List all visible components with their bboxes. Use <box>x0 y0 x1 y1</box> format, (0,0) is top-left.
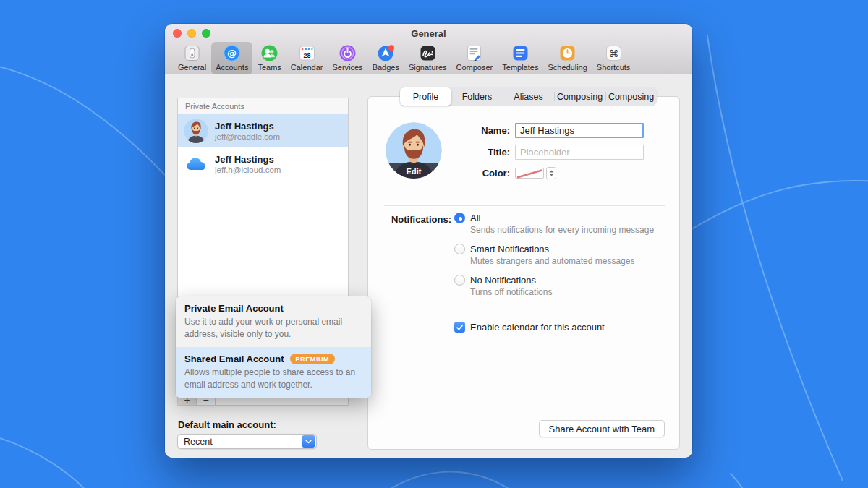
account-name: Jeff Hastings <box>215 121 280 132</box>
divider <box>384 205 665 206</box>
toolbar-label: Teams <box>258 63 281 72</box>
default-account-dropdown[interactable]: Recent <box>177 434 317 449</box>
toolbar-label: Composer <box>456 63 493 72</box>
option-label: All <box>470 213 480 223</box>
toolbar-item-templates[interactable]: Templates <box>498 42 542 74</box>
radio-unselected[interactable] <box>454 244 465 254</box>
divider <box>384 314 665 314</box>
svg-text:@: @ <box>227 48 237 59</box>
titlebar: General <box>165 24 692 41</box>
toolbar-label: Calendar <box>291 63 323 72</box>
popup-item-private[interactable]: Private Email Account Use it to add your… <box>176 296 371 347</box>
preferences-window: General General @ Accounts <box>165 24 692 458</box>
notification-option-all[interactable]: All Sends notifications for every incomi… <box>454 213 654 235</box>
popup-item-shared[interactable]: Shared Email Account PREMIUM Allows mult… <box>176 347 371 398</box>
toolbar-item-shortcuts[interactable]: ⌘ Shortcuts <box>592 42 634 74</box>
icloud-icon <box>184 155 208 174</box>
account-texts: Jeff Hastings jeff.h@icloud.com <box>215 154 281 174</box>
templates-icon <box>511 44 529 62</box>
checkbox-checked[interactable] <box>454 322 465 333</box>
toolbar-item-accounts[interactable]: @ Accounts <box>211 42 252 74</box>
account-texts: Jeff Hastings jeff@readdle.com <box>215 121 280 141</box>
toolbar-label: Templates <box>502 63 538 72</box>
color-field-row: Color: <box>455 167 556 179</box>
svg-text:28: 28 <box>303 52 310 59</box>
radio-unselected[interactable] <box>454 275 465 286</box>
color-label: Color: <box>455 168 510 179</box>
name-input[interactable] <box>515 123 644 138</box>
toolbar-item-composer[interactable]: Composer <box>452 42 498 74</box>
teams-icon <box>260 44 278 62</box>
toolbar-label: Signatures <box>409 63 447 72</box>
option-description: Mutes strangers and automated messages <box>470 256 654 266</box>
composer-icon <box>465 44 483 62</box>
window-chrome: General General @ Accounts <box>165 24 692 74</box>
popup-item-title: Private Email Account <box>184 303 284 314</box>
avatar-edit-button[interactable]: Edit <box>386 163 442 179</box>
color-swatch[interactable] <box>515 168 544 179</box>
toolbar-item-signatures[interactable]: Signatures <box>404 42 451 74</box>
toolbar-label: Badges <box>373 63 399 72</box>
account-email: jeff.h@icloud.com <box>215 166 281 174</box>
toolbar-label: General <box>178 63 206 72</box>
name-field-row: Name: <box>455 123 644 138</box>
toolbar-label: Scheduling <box>548 63 587 72</box>
tab-profile[interactable]: Profile <box>400 87 451 106</box>
chevron-up-icon <box>549 170 554 173</box>
toolbar-label: Accounts <box>216 63 248 72</box>
chevron-down-icon <box>305 440 312 444</box>
chevron-down-icon <box>549 174 554 176</box>
notification-option-none[interactable]: No Notifications Turns off notifications <box>454 275 654 297</box>
calendar-icon: 28 <box>298 44 316 62</box>
popup-item-title: Shared Email Account <box>184 354 284 364</box>
enable-calendar-option[interactable]: Enable calendar for this account <box>454 322 605 333</box>
toolbar-item-services[interactable]: Services <box>328 42 367 74</box>
option-label: No Notifications <box>470 275 536 286</box>
account-row-readdle[interactable]: Jeff Hastings jeff@readdle.com <box>178 114 348 147</box>
notification-option-smart[interactable]: Smart Notifications Mutes strangers and … <box>454 244 654 266</box>
enable-calendar-label: Enable calendar for this account <box>470 322 605 333</box>
account-row-icloud[interactable]: Jeff Hastings jeff.h@icloud.com <box>178 147 348 181</box>
popup-item-desc: Use it to add your work or personal emai… <box>184 316 362 340</box>
dropdown-chevron-button[interactable] <box>302 435 315 448</box>
toolbar-item-teams[interactable]: Teams <box>253 42 285 74</box>
preferences-content: Private Accounts <box>165 74 692 458</box>
tab-folders[interactable]: Folders <box>451 87 503 106</box>
option-description: Turns off notifications <box>470 287 654 297</box>
tab-composing-1[interactable]: Composing <box>554 87 605 106</box>
profile-avatar[interactable]: Edit <box>386 122 442 179</box>
window-title: General <box>165 28 692 39</box>
shortcuts-icon: ⌘ <box>605 44 623 62</box>
default-account-label: Default main account: <box>178 419 276 430</box>
toolbar-item-badges[interactable]: Badges <box>368 42 404 74</box>
general-icon <box>183 44 201 62</box>
title-label: Title: <box>455 147 510 158</box>
tab-aliases[interactable]: Aliases <box>503 87 554 106</box>
color-stepper[interactable] <box>546 167 556 179</box>
scheduling-icon <box>558 44 576 62</box>
name-label: Name: <box>455 125 510 136</box>
profile-panel: Edit Name: Title: Color: <box>367 96 680 450</box>
radio-selected[interactable] <box>454 213 465 223</box>
preferences-toolbar: General @ Accounts Teams <box>165 41 692 74</box>
add-account-popup: Private Email Account Use it to add your… <box>176 296 371 398</box>
premium-badge: PREMIUM <box>290 354 336 364</box>
option-label: Smart Notifications <box>470 244 549 254</box>
option-description: Sends notifications for every incoming m… <box>470 225 654 235</box>
share-account-button[interactable]: Share Account with Team <box>539 420 665 437</box>
tab-composing-2[interactable]: Composing <box>605 87 657 106</box>
notifications-label: Notifications: <box>368 214 451 225</box>
services-icon <box>339 44 357 62</box>
check-icon <box>456 325 463 330</box>
toolbar-item-scheduling[interactable]: Scheduling <box>543 42 591 74</box>
toolbar-label: Shortcuts <box>597 63 630 72</box>
accounts-icon: @ <box>223 44 241 62</box>
toolbar-item-calendar[interactable]: 28 Calendar <box>286 42 328 74</box>
toolbar-item-general[interactable]: General <box>174 42 210 74</box>
badges-icon <box>377 44 395 62</box>
title-input[interactable] <box>515 145 644 160</box>
account-email: jeff@readdle.com <box>215 132 280 141</box>
accounts-list-header: Private Accounts <box>178 98 348 114</box>
title-field-row: Title: <box>455 145 644 160</box>
popup-item-desc: Allows multiple people to share access t… <box>184 367 362 390</box>
